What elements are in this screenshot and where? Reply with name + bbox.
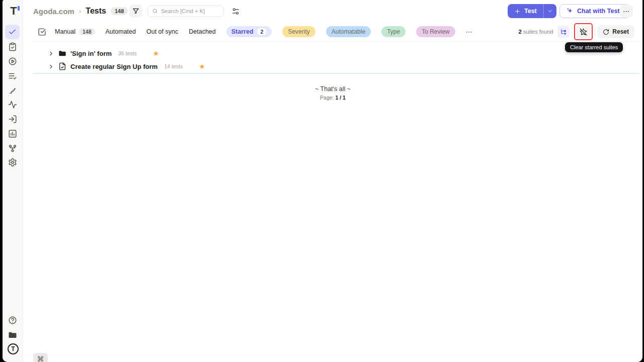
- plus-icon: [514, 8, 521, 15]
- chevron-down-icon: [547, 8, 553, 14]
- chevron-right-icon[interactable]: [48, 50, 54, 57]
- stairs-icon: [8, 86, 17, 95]
- filter-results-cluster: 2suites found Reset: [519, 22, 634, 41]
- sidebar-item-pulse[interactable]: [8, 100, 18, 110]
- annotation-highlight-box: [574, 23, 593, 40]
- check-icon: [8, 28, 17, 36]
- suite-test-count: 14 tests: [164, 63, 183, 69]
- breadcrumb-page[interactable]: Tests: [86, 7, 106, 16]
- filter-tabs: Manual 148 Automated Out of sync Detache…: [55, 22, 473, 41]
- workspace-logo-letter: T: [11, 345, 15, 352]
- suite-name[interactable]: Create regular Sign Up form: [70, 63, 157, 70]
- star-icon[interactable]: ★: [153, 50, 159, 57]
- filter-tab-label: Starred: [231, 28, 254, 35]
- help-circle-icon: [8, 316, 17, 325]
- suite-row[interactable]: 'Sign in' form 36 tests ★: [23, 47, 642, 60]
- filter-tab-manual[interactable]: Manual 148: [55, 28, 95, 35]
- sidebar-item-runs[interactable]: [8, 56, 18, 66]
- clear-starred-button[interactable]: [576, 25, 591, 38]
- select-all-button[interactable]: [38, 28, 46, 36]
- bar-chart-icon: [8, 129, 17, 138]
- file-check-icon: [58, 62, 66, 70]
- sidebar-item-help[interactable]: [8, 315, 18, 325]
- tree-view-button[interactable]: [557, 26, 570, 38]
- list-check-icon: [8, 71, 17, 80]
- sidebar-item-import[interactable]: [8, 114, 18, 124]
- filter-tab-count: 2: [257, 28, 267, 35]
- sparkles-icon: [567, 8, 574, 15]
- suite-name[interactable]: 'Sign in' form: [70, 50, 112, 57]
- app-logo-letter: T: [10, 5, 17, 17]
- git-fork-icon: [8, 144, 17, 153]
- filter-tab-out-of-sync[interactable]: Out of sync: [146, 28, 178, 35]
- search-box: [147, 5, 224, 17]
- search-icon: [152, 8, 158, 14]
- filter-tab-label: Manual: [55, 28, 75, 35]
- search-input[interactable]: [161, 8, 216, 14]
- breadcrumb-project[interactable]: Agoda.com: [33, 7, 74, 16]
- sidebar-item-branches[interactable]: [8, 143, 18, 153]
- sidebar-item-tests[interactable]: [5, 25, 20, 39]
- import-icon: [8, 115, 17, 124]
- suite-test-count: 36 tests: [118, 50, 137, 56]
- folder-icon: [8, 330, 17, 339]
- command-shortcut-button[interactable]: ⌘: [33, 353, 48, 362]
- gear-icon: [8, 158, 17, 167]
- results-count: 2suites found: [519, 29, 553, 35]
- new-test-label: Test: [524, 8, 537, 15]
- filter-tab-label: Detached: [189, 28, 216, 35]
- filter-funnel-button[interactable]: [129, 5, 142, 18]
- filter-tab-detached[interactable]: Detached: [189, 28, 216, 35]
- suite-row[interactable]: Create regular Sign Up form 14 tests ★: [23, 60, 642, 73]
- page-value: 1 / 1: [335, 95, 345, 101]
- page-indicator: Page: 1 / 1: [23, 95, 642, 101]
- tests-count-badge: 148: [111, 7, 128, 15]
- filter-tab-starred[interactable]: Starred 2: [226, 26, 272, 37]
- funnel-icon: [132, 8, 139, 15]
- clipboard-check-icon: [8, 42, 17, 51]
- filter-pill-automatable[interactable]: Automatable: [326, 26, 371, 37]
- star-icon[interactable]: ★: [199, 63, 205, 70]
- header-more-button[interactable]: ⋯: [620, 5, 633, 18]
- list-tree-icon: [560, 28, 568, 36]
- new-test-button[interactable]: Test: [508, 4, 543, 18]
- header: Agoda.com › Tests 148 Test Cha: [23, 0, 642, 22]
- new-test-dropdown-button[interactable]: [544, 4, 556, 18]
- app-window: T T Agoda.com › Tests 148 Test: [3, 0, 642, 362]
- filter-pill-to-review[interactable]: To Review: [416, 26, 455, 37]
- thats-all-text: ~ That's all ~: [23, 85, 642, 93]
- square-check-icon: [38, 28, 46, 36]
- sidebar-item-checklists[interactable]: [8, 71, 18, 81]
- filters-more-button[interactable]: ⋯: [466, 28, 473, 36]
- sidebar-item-analytics[interactable]: [8, 129, 18, 139]
- folder-icon: [58, 49, 66, 57]
- filter-pill-severity[interactable]: Severity: [282, 26, 315, 37]
- breadcrumb-separator: ›: [79, 7, 82, 15]
- sidebar-item-projects[interactable]: [8, 330, 18, 340]
- command-icon: ⌘: [37, 355, 44, 362]
- list-end-note: ~ That's all ~ Page: 1 / 1: [23, 85, 642, 101]
- workspace-logo[interactable]: T: [8, 343, 19, 354]
- reset-filters-button[interactable]: Reset: [597, 25, 634, 38]
- results-label: suites found: [523, 29, 553, 35]
- sidebar-item-test-plans[interactable]: [8, 42, 18, 52]
- search-settings-button[interactable]: [231, 7, 240, 16]
- breadcrumb: Agoda.com › Tests 148: [33, 0, 128, 22]
- chevron-right-icon[interactable]: [48, 63, 54, 70]
- filter-tab-count: 148: [79, 28, 95, 35]
- sidebar-item-steps[interactable]: [8, 85, 18, 96]
- sidebar-item-settings[interactable]: [8, 157, 18, 167]
- filter-tab-automated[interactable]: Automated: [106, 28, 136, 35]
- app-logo[interactable]: T: [7, 5, 20, 18]
- page-label: Page:: [320, 95, 334, 101]
- chat-with-tests-label: Chat with Tests: [577, 8, 623, 15]
- new-test-split-button: Test: [508, 4, 556, 18]
- play-circle-icon: [8, 57, 17, 66]
- sidebar: T: [3, 0, 23, 362]
- reset-label: Reset: [612, 28, 629, 35]
- star-off-icon: [580, 28, 587, 36]
- filterbar-divider: [33, 41, 642, 42]
- drop-indicator-line: [33, 73, 639, 74]
- results-number: 2: [519, 29, 522, 35]
- filter-pill-type[interactable]: Type: [381, 26, 406, 37]
